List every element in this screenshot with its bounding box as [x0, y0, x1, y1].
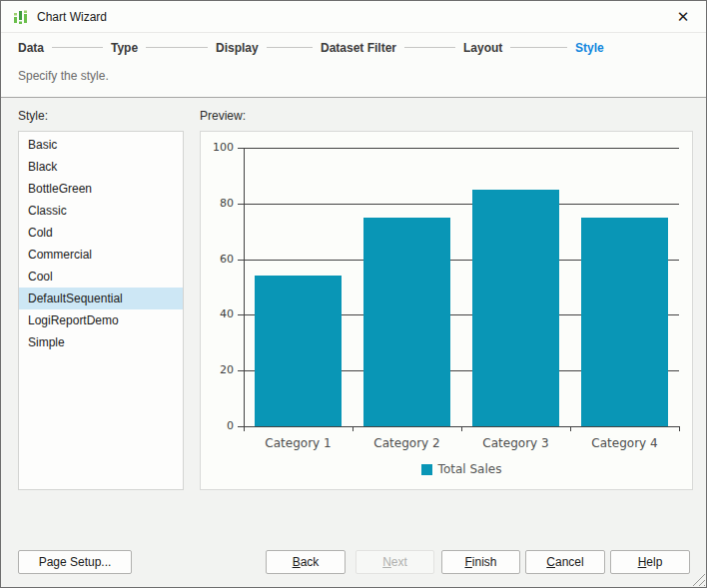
step-display[interactable]: Display: [216, 33, 259, 63]
gridline: [244, 204, 679, 205]
chart-wizard-dialog: Chart Wizard ✕ DataTypeDisplayDataset Fi…: [0, 0, 707, 588]
legend-swatch: [421, 464, 432, 475]
step-separator: [52, 47, 103, 48]
subtitle-text: Specify the style.: [18, 69, 109, 83]
bar-category-2: [363, 218, 449, 426]
style-option-black[interactable]: Black: [19, 156, 183, 178]
category-label: Category 2: [353, 436, 461, 450]
y-tick-label: 40: [201, 307, 234, 320]
titlebar: Chart Wizard ✕: [1, 1, 706, 33]
step-separator: [404, 47, 455, 48]
help-button[interactable]: Help: [610, 550, 690, 574]
cancel-button[interactable]: Cancel: [525, 550, 605, 574]
y-axis: [244, 148, 245, 426]
step-layout[interactable]: Layout: [463, 33, 502, 63]
style-option-basic[interactable]: Basic: [19, 134, 183, 156]
next-button: Next: [355, 550, 434, 574]
style-list[interactable]: BasicBlackBottleGreenClassicColdCommerci…: [18, 131, 184, 490]
y-tick-label: 60: [201, 253, 234, 266]
style-option-bottlegreen[interactable]: BottleGreen: [19, 178, 183, 200]
window-title: Chart Wizard: [37, 10, 107, 24]
finish-button[interactable]: Finish: [441, 550, 520, 574]
step-separator: [267, 47, 313, 48]
x-tick: [353, 426, 354, 431]
wizard-header: DataTypeDisplayDataset FilterLayoutStyle…: [1, 33, 706, 98]
style-option-logireportdemo[interactable]: LogiReportDemo: [19, 309, 183, 331]
y-tick-label: 80: [201, 197, 234, 210]
chart-legend: Total Sales: [244, 462, 679, 476]
back-button[interactable]: Back: [266, 550, 346, 574]
x-tick: [461, 426, 462, 431]
style-option-cool[interactable]: Cool: [19, 266, 183, 288]
resize-grip-icon[interactable]: [691, 572, 705, 586]
wizard-steps: DataTypeDisplayDataset FilterLayoutStyle: [1, 33, 706, 63]
x-tick: [679, 426, 680, 431]
y-tick-label: 100: [201, 141, 234, 154]
x-tick: [570, 426, 571, 431]
category-label: Category 1: [244, 436, 353, 450]
x-tick: [244, 426, 245, 431]
legend-label: Total Sales: [438, 462, 502, 476]
category-label: Category 3: [461, 436, 570, 450]
category-label: Category 4: [570, 436, 679, 450]
step-separator: [146, 47, 208, 48]
preview-label: Preview:: [200, 109, 246, 123]
style-option-cold[interactable]: Cold: [19, 222, 183, 244]
bar-category-1: [255, 276, 341, 426]
step-dataset-filter[interactable]: Dataset Filter: [321, 33, 396, 63]
style-option-commercial[interactable]: Commercial: [19, 244, 183, 266]
bar-category-3: [472, 190, 558, 426]
style-option-defaultsequential[interactable]: DefaultSequential: [19, 288, 183, 309]
preview-panel: 020406080100Category 1Category 2Category…: [200, 131, 693, 490]
step-type[interactable]: Type: [111, 33, 138, 63]
y-tick-label: 0: [201, 419, 234, 432]
bar-chart: 020406080100Category 1Category 2Category…: [201, 132, 692, 489]
style-option-simple[interactable]: Simple: [19, 331, 183, 353]
step-data[interactable]: Data: [18, 33, 44, 63]
gridline: [244, 148, 679, 149]
style-list-label: Style:: [18, 109, 48, 123]
page-setup-button[interactable]: Page Setup...: [18, 550, 132, 574]
step-style[interactable]: Style: [575, 33, 604, 63]
chart-wizard-icon: [13, 9, 29, 25]
bar-category-4: [581, 218, 667, 426]
step-separator: [510, 47, 567, 48]
y-tick-label: 20: [201, 363, 234, 376]
style-option-classic[interactable]: Classic: [19, 200, 183, 222]
close-icon[interactable]: ✕: [673, 7, 693, 27]
